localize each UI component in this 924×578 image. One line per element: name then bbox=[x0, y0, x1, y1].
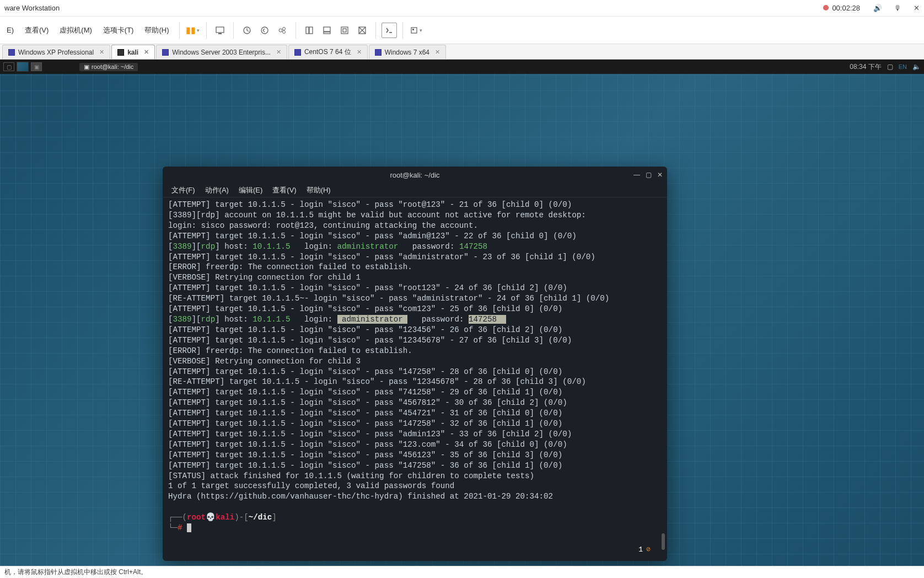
workspace-2-button[interactable]: ▣ bbox=[31, 62, 42, 71]
recording-indicator: 00:02:28 bbox=[823, 4, 860, 12]
snapshot-manager-button[interactable] bbox=[275, 23, 290, 38]
stretch-button[interactable] bbox=[409, 23, 424, 38]
vm-tab-label: Windows XP Professional bbox=[18, 49, 94, 56]
svg-rect-12 bbox=[343, 29, 346, 32]
speaker-icon[interactable]: 🔊 bbox=[873, 4, 882, 12]
vm-tab-4[interactable]: Windows 7 x64✕ bbox=[369, 45, 446, 59]
mic-icon[interactable]: 🎙 bbox=[894, 4, 901, 12]
vm-tabs: Windows XP Professional✕kali✕Windows Ser… bbox=[0, 44, 924, 60]
unity-button[interactable] bbox=[354, 23, 370, 38]
view-thumbnail-button[interactable] bbox=[319, 23, 335, 38]
tab-close-icon[interactable]: ✕ bbox=[276, 49, 281, 56]
svg-point-4 bbox=[279, 29, 282, 32]
minimize-icon[interactable]: — bbox=[633, 171, 640, 179]
svg-rect-11 bbox=[341, 27, 348, 34]
terminal-title: root@kali: ~/dic bbox=[390, 171, 439, 179]
tab-close-icon[interactable]: ✕ bbox=[144, 49, 149, 56]
volume-icon[interactable]: 🔈 bbox=[912, 63, 921, 71]
vm-tab-2[interactable]: Windows Server 2003 Enterpris...✕ bbox=[156, 45, 287, 59]
vm-tab-label: CentOS 7 64 位 bbox=[304, 47, 351, 57]
terminal-exit-badge: 1⊘ bbox=[638, 545, 651, 555]
tab-close-icon[interactable]: ✕ bbox=[435, 49, 440, 56]
menu-tabs[interactable]: 选项卡(T) bbox=[99, 23, 138, 38]
vm-tab-icon bbox=[294, 49, 301, 56]
maximize-icon[interactable]: ▢ bbox=[646, 171, 652, 179]
term-menu-action[interactable]: 动作(A) bbox=[201, 184, 233, 196]
terminal-icon: ▣ bbox=[84, 63, 89, 71]
close-window-icon[interactable]: ✕ bbox=[914, 4, 920, 12]
svg-rect-7 bbox=[306, 27, 309, 34]
vm-tab-label: Windows Server 2003 Enterpris... bbox=[172, 49, 271, 56]
console-button[interactable] bbox=[382, 23, 397, 38]
status-text: 机，请将鼠标指针从虚拟机中移出或按 Ctrl+Alt。 bbox=[4, 568, 147, 577]
vm-tab-icon bbox=[8, 49, 15, 56]
fullscreen-button[interactable] bbox=[337, 23, 352, 38]
menu-view[interactable]: 查看(V) bbox=[20, 23, 53, 38]
power-button[interactable]: ▮▮ bbox=[185, 23, 201, 38]
menu-help[interactable]: 帮助(H) bbox=[140, 23, 173, 38]
vm-tab-1[interactable]: kali✕ bbox=[111, 45, 155, 59]
svg-point-6 bbox=[282, 30, 285, 33]
svg-rect-15 bbox=[412, 29, 414, 30]
taskbar-terminal-item[interactable]: ▣root@kali: ~/dic bbox=[79, 63, 138, 71]
close-icon[interactable]: ✕ bbox=[657, 171, 663, 179]
snapshot-revert-button[interactable] bbox=[257, 23, 272, 38]
view-single-button[interactable] bbox=[302, 23, 317, 38]
svg-rect-8 bbox=[309, 27, 313, 34]
terminal-window[interactable]: root@kali: ~/dic — ▢ ✕ 文件(F) 动作(A) 编辑(E)… bbox=[163, 167, 667, 561]
clock-label[interactable]: 08:34 下午 bbox=[850, 62, 881, 72]
terminal-body[interactable]: [ATTEMPT] target 10.1.1.5 - login "sisco… bbox=[163, 197, 667, 561]
menu-vm[interactable]: 虚拟机(M) bbox=[55, 23, 96, 38]
svg-point-5 bbox=[282, 27, 285, 30]
vm-tab-label: Windows 7 x64 bbox=[385, 49, 429, 56]
app-title: ware Workstation bbox=[4, 4, 60, 12]
terminal-menubar: 文件(F) 动作(A) 编辑(E) 查看(V) 帮助(H) bbox=[163, 183, 667, 197]
vm-tab-label: kali bbox=[127, 49, 138, 56]
menu-e[interactable]: E) bbox=[2, 24, 18, 36]
term-menu-view[interactable]: 查看(V) bbox=[268, 184, 300, 196]
vm-tab-0[interactable]: Windows XP Professional✕ bbox=[2, 45, 110, 59]
terminal-scrollbar[interactable] bbox=[662, 200, 665, 555]
term-menu-edit[interactable]: 编辑(E) bbox=[234, 184, 267, 196]
svg-rect-9 bbox=[324, 27, 330, 31]
svg-rect-10 bbox=[324, 32, 330, 34]
term-menu-help[interactable]: 帮助(H) bbox=[302, 184, 335, 196]
send-ctrl-alt-del-button[interactable] bbox=[212, 23, 228, 38]
svg-rect-0 bbox=[216, 27, 224, 33]
tab-close-icon[interactable]: ✕ bbox=[99, 49, 104, 56]
vm-tab-icon bbox=[117, 49, 124, 56]
term-menu-file[interactable]: 文件(F) bbox=[167, 184, 200, 196]
svg-point-3 bbox=[261, 27, 268, 34]
kali-taskbar: ▢ ▣ ▣root@kali: ~/dic 08:34 下午 ▢ EN 🔈 bbox=[0, 60, 924, 74]
input-lang-button[interactable]: EN bbox=[899, 63, 907, 70]
vm-tab-icon bbox=[162, 49, 169, 56]
vm-tab-3[interactable]: CentOS 7 64 位✕ bbox=[288, 45, 368, 59]
svg-rect-1 bbox=[218, 33, 222, 34]
kali-dragon-icon[interactable] bbox=[17, 62, 29, 72]
snapshot-button[interactable] bbox=[239, 23, 255, 38]
tab-close-icon[interactable]: ✕ bbox=[357, 49, 362, 56]
display-icon[interactable]: ▢ bbox=[887, 63, 893, 71]
terminal-titlebar[interactable]: root@kali: ~/dic — ▢ ✕ bbox=[163, 167, 667, 183]
workspace-1-button[interactable]: ▢ bbox=[3, 62, 14, 71]
vm-tab-icon bbox=[375, 49, 382, 56]
